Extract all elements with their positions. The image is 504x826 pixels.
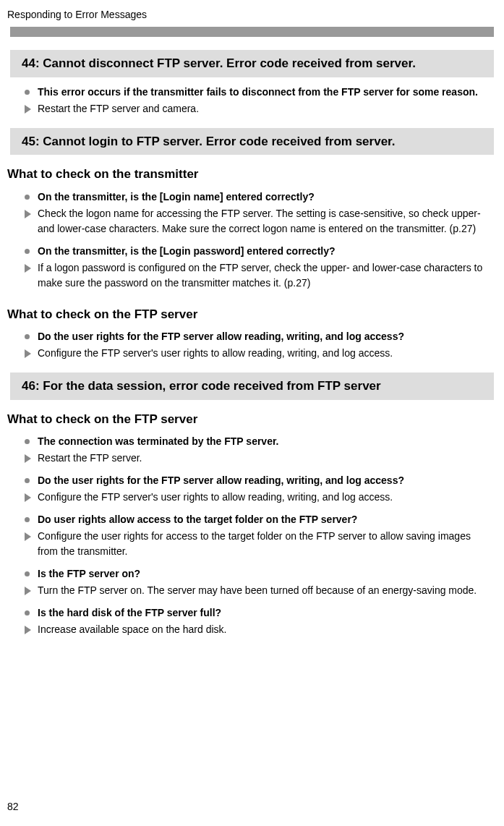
error-title: 44: Cannot disconnect FTP server. Error … xyxy=(10,50,494,77)
list-item: Do the user rights for the FTP server al… xyxy=(25,473,490,488)
error-title: 45: Cannot login to FTP server. Error co… xyxy=(10,128,494,156)
list-item: Restart the FTP server. xyxy=(25,451,490,466)
list-item: Configure the FTP server's user rights t… xyxy=(25,346,490,361)
spacer xyxy=(25,238,490,244)
list-item: The connection was terminated by the FTP… xyxy=(25,434,490,449)
list-item: Do user rights allow access to the targe… xyxy=(25,512,490,527)
list-container: On the transmitter, is the [Login name] … xyxy=(0,190,504,302)
list-item: On the transmitter, is the [Login name] … xyxy=(25,190,490,205)
list-item: Increase available space on the hard dis… xyxy=(25,622,490,637)
spacer xyxy=(25,506,490,512)
list-item: Check the logon name for accessing the F… xyxy=(25,206,490,237)
spacer xyxy=(25,467,490,473)
content-area: 44: Cannot disconnect FTP server. Error … xyxy=(0,50,504,649)
list-item: This error occurs if the transmitter fai… xyxy=(25,85,490,100)
list-item: If a logon password is configured on the… xyxy=(25,260,490,291)
list-item: Turn the FTP server on. The server may h… xyxy=(25,583,490,598)
list-container: This error occurs if the transmitter fai… xyxy=(0,85,504,128)
section-heading: What to check on the transmitter xyxy=(0,162,504,190)
list-item: Configure the user rights for access to … xyxy=(25,529,490,559)
list-item: Restart the FTP server and camera. xyxy=(25,101,490,116)
list-container: Do the user rights for the FTP server al… xyxy=(0,329,504,372)
list-item: Do the user rights for the FTP server al… xyxy=(25,329,490,344)
page-number: 82 xyxy=(7,799,19,814)
section-heading: What to check on the FTP server xyxy=(0,302,504,330)
list-item: Is the FTP server on? xyxy=(25,566,490,582)
error-title: 46: For the data session, error code rec… xyxy=(10,372,494,400)
page-header-text: Responding to Error Messages xyxy=(0,0,504,27)
spacer xyxy=(25,561,490,566)
spacer xyxy=(25,600,490,605)
section-heading: What to check on the FTP server xyxy=(0,407,504,435)
list-item: Is the hard disk of the FTP server full? xyxy=(25,605,490,621)
list-item: On the transmitter, is the [Login passwo… xyxy=(25,244,490,259)
header-divider xyxy=(10,27,494,37)
list-container: The connection was terminated by the FTP… xyxy=(0,434,504,649)
list-item: Configure the FTP server's user rights t… xyxy=(25,490,490,505)
